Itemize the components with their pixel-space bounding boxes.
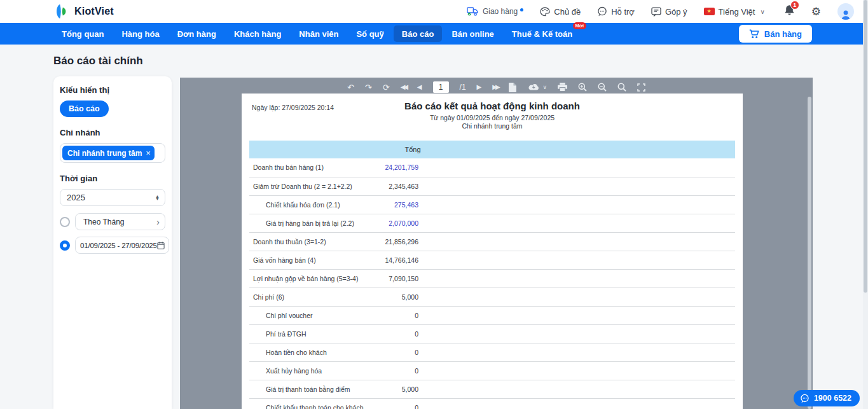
time-label: Thời gian	[60, 174, 165, 183]
sell-button-label: Bán hàng	[764, 29, 802, 39]
row-spacer	[420, 195, 735, 214]
total-column-header-cell: Tổng	[359, 141, 735, 158]
row-value: 2,345,463	[359, 177, 420, 195]
nav-item[interactable]: Tổng quan	[53, 25, 112, 42]
nav-item[interactable]: Bán online	[443, 25, 502, 42]
by-month-radio[interactable]	[60, 217, 70, 227]
row-label: Doanh thu thuần (3=1-2)	[249, 232, 359, 251]
row-label: Giá trị hàng bán bị trả lại (2.2)	[249, 214, 359, 232]
previous-page-icon[interactable]: ◀	[417, 84, 422, 90]
report-sheet: Ngày lập: 27/09/2025 20:14 Báo cáo kết q…	[242, 94, 743, 409]
search-icon[interactable]	[617, 83, 626, 92]
by-month-field[interactable]: Theo Tháng ›	[75, 213, 165, 230]
total-column-header: Tổng	[359, 146, 467, 153]
notifications-button[interactable]: 1	[784, 4, 795, 18]
sell-button[interactable]: Bán hàng	[739, 25, 812, 43]
nav-item-label: Đơn hàng	[177, 29, 216, 39]
zoom-out-icon[interactable]	[598, 83, 607, 92]
row-label: Chi phí (6)	[249, 288, 359, 306]
viewer-scrollbar[interactable]	[807, 97, 812, 409]
by-month-label: Theo Tháng	[83, 218, 125, 226]
hotline-number: 1900 6522	[814, 394, 851, 403]
year-value: 2025	[67, 193, 85, 202]
brand-logo[interactable]: KiotViet	[53, 3, 114, 20]
row-label: Hoàn tiền cho khách	[249, 343, 359, 361]
page-scrollbar-thumb[interactable]	[864, 0, 867, 293]
row-spacer	[420, 306, 735, 324]
row-spacer	[420, 343, 735, 361]
calendar-icon	[157, 242, 165, 249]
row-spacer	[420, 361, 735, 380]
report-table-row: Doanh thu bán hàng (1)24,201,759	[249, 158, 735, 177]
vietnam-flag-icon: ★	[704, 8, 715, 15]
date-range-field[interactable]: 01/09/2025 - 27/09/2025	[75, 237, 169, 254]
row-spacer	[420, 288, 735, 306]
top-menu: Giao hàng Chủ đề Hỗ trợ Góp ý	[467, 3, 854, 20]
nav-item[interactable]: Hàng hóa	[113, 25, 167, 42]
row-value[interactable]: 24,201,759	[359, 158, 420, 177]
row-value: 0	[359, 324, 420, 343]
row-value: 0	[359, 398, 420, 409]
nav-item[interactable]: Nhân viên	[291, 25, 347, 42]
nav-item[interactable]: Báo cáo	[394, 25, 443, 42]
fullscreen-icon[interactable]	[637, 83, 645, 92]
settings-gear-icon[interactable]: ⚙	[811, 6, 821, 17]
download-icon[interactable]: ∨	[527, 83, 547, 92]
language-selector[interactable]: ★ Tiếng Việt ∨	[704, 7, 765, 17]
nav-item[interactable]: Đơn hàng	[169, 25, 224, 42]
branch-multiselect[interactable]: Chi nhánh trung tâm ×	[60, 143, 165, 163]
hotline-button[interactable]: 1900 6522	[794, 390, 860, 406]
row-label: Doanh thu bán hàng (1)	[249, 158, 359, 177]
nav-item-label: Hàng hóa	[121, 29, 159, 39]
row-label: Chiết khấu hóa đơn (2.1)	[249, 195, 359, 214]
zoom-in-icon[interactable]	[578, 83, 587, 92]
row-label: Giá vốn hàng bán (4)	[249, 251, 359, 269]
feedback-menu-item[interactable]: Góp ý	[651, 7, 687, 17]
nav-item[interactable]: Thuế & Kế toánMới	[504, 25, 581, 42]
notification-count-badge: 1	[790, 1, 799, 10]
next-page-icon[interactable]: ▶	[477, 84, 482, 90]
main-nav-items: Tổng quanHàng hóaĐơn hàngKhách hàngNhân …	[53, 23, 581, 45]
nav-item-label: Sổ quỹ	[356, 29, 383, 39]
hotline-chat-icon	[800, 394, 809, 403]
report-type-button[interactable]: Báo cáo	[60, 101, 109, 117]
export-document-icon[interactable]	[509, 83, 516, 92]
row-spacer	[420, 380, 735, 398]
report-created-label: Ngày lập: 27/09/2025 20:14	[252, 104, 334, 111]
report-table-row: Giảm trừ Doanh thu (2 = 2.1+2.2)2,345,46…	[249, 177, 735, 195]
redo-icon[interactable]: ↷	[365, 83, 372, 92]
page-number-input[interactable]	[433, 81, 449, 93]
row-value: 5,000	[359, 380, 420, 398]
row-value: 0	[359, 361, 420, 380]
row-spacer	[420, 269, 735, 288]
nav-item[interactable]: Khách hàng	[226, 25, 289, 42]
row-value[interactable]: 2,070,000	[359, 214, 420, 232]
support-chat-icon	[597, 6, 607, 17]
row-spacer	[420, 324, 735, 343]
date-range-radio[interactable]	[60, 240, 70, 251]
support-menu-item[interactable]: Hỗ trợ	[597, 6, 635, 17]
user-avatar[interactable]	[837, 3, 854, 20]
main-nav: Tổng quanHàng hóaĐơn hàngKhách hàngNhân …	[0, 23, 868, 45]
nav-item-label: Nhân viên	[299, 29, 338, 39]
row-value: 0	[359, 343, 420, 361]
print-icon[interactable]	[558, 83, 567, 92]
row-value[interactable]: 275,463	[359, 195, 420, 214]
delivery-menu-item[interactable]: Giao hàng	[467, 7, 523, 16]
palette-icon	[540, 7, 550, 17]
theme-menu-item[interactable]: Chủ đề	[540, 7, 581, 17]
row-spacer	[420, 158, 735, 177]
refresh-icon[interactable]: ⟳	[383, 83, 390, 92]
first-page-icon[interactable]: ◀◀	[401, 84, 406, 90]
year-select[interactable]: 2025 ▲▼	[60, 189, 165, 206]
remove-branch-icon[interactable]: ×	[146, 148, 151, 158]
undo-icon[interactable]: ↶	[347, 83, 354, 92]
row-spacer	[420, 177, 735, 195]
report-table-row: Xuất hủy hàng hóa0	[249, 361, 735, 380]
report-table-row: Hoàn tiền cho khách0	[249, 343, 735, 361]
viewer-scrollbar-thumb[interactable]	[808, 97, 811, 409]
page-scrollbar[interactable]	[863, 0, 868, 409]
nav-item[interactable]: Sổ quỹ	[348, 25, 392, 42]
page-title: Báo cáo tài chính	[53, 55, 143, 67]
last-page-icon[interactable]: ▶▶	[492, 84, 498, 90]
